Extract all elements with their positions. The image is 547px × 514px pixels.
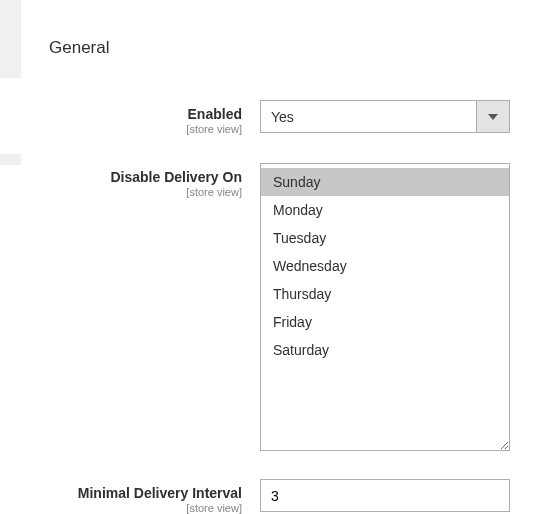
field-label: Disable Delivery On bbox=[0, 169, 242, 185]
field-label: Enabled bbox=[0, 106, 242, 122]
field-scope: [store view] bbox=[0, 186, 242, 198]
field-disable-delivery: Disable Delivery On [store view] SundayM… bbox=[0, 163, 547, 451]
select-value: Yes bbox=[261, 109, 476, 125]
multiselect-option[interactable]: Thursday bbox=[261, 280, 509, 308]
general-form: Enabled [store view] Yes Disable Deliver… bbox=[0, 100, 547, 514]
field-label-wrap: Enabled [store view] bbox=[0, 100, 260, 135]
multiselect-option[interactable]: Wednesday bbox=[261, 252, 509, 280]
field-label-wrap: Disable Delivery On [store view] bbox=[0, 163, 260, 198]
multiselect-option[interactable]: Sunday bbox=[261, 168, 509, 196]
section-title: General bbox=[49, 38, 109, 58]
field-control: SundayMondayTuesdayWednesdayThursdayFrid… bbox=[260, 163, 547, 451]
gutter-block bbox=[0, 0, 21, 78]
field-label-wrap: Minimal Delivery Interval [store view] bbox=[0, 479, 260, 514]
field-scope: [store view] bbox=[0, 123, 242, 135]
field-control bbox=[260, 479, 547, 512]
chevron-down-icon bbox=[476, 101, 509, 132]
field-label: Minimal Delivery Interval bbox=[0, 485, 242, 501]
disable-delivery-multiselect[interactable]: SundayMondayTuesdayWednesdayThursdayFrid… bbox=[260, 163, 510, 451]
multiselect-option[interactable]: Saturday bbox=[261, 336, 509, 364]
multiselect-option[interactable]: Friday bbox=[261, 308, 509, 336]
field-enabled: Enabled [store view] Yes bbox=[0, 100, 547, 135]
multiselect-option[interactable]: Tuesday bbox=[261, 224, 509, 252]
field-control: Yes bbox=[260, 100, 547, 133]
field-scope: [store view] bbox=[0, 502, 242, 514]
multiselect-option[interactable]: Monday bbox=[261, 196, 509, 224]
min-interval-input[interactable] bbox=[260, 479, 510, 512]
field-min-interval: Minimal Delivery Interval [store view] bbox=[0, 479, 547, 514]
enabled-select[interactable]: Yes bbox=[260, 100, 510, 133]
